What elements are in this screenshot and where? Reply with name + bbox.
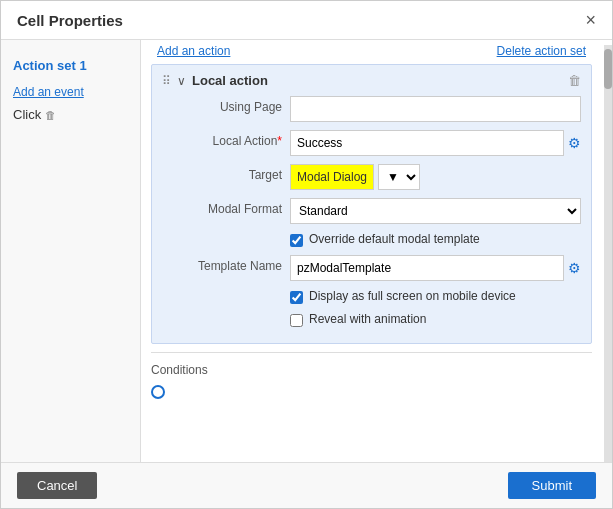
click-event-label: Click	[13, 107, 41, 122]
using-page-row: Using Page	[162, 96, 581, 122]
override-checkbox-label: Override default modal template	[309, 232, 480, 246]
submit-button[interactable]: Submit	[508, 472, 596, 499]
using-page-label: Using Page	[162, 96, 282, 114]
action-block: ⠿ ∨ Local action 🗑 Using Page	[151, 64, 592, 344]
using-page-input[interactable]	[290, 96, 581, 122]
action-set-label[interactable]: Action set 1	[1, 50, 140, 77]
action-trash-icon[interactable]: 🗑	[568, 73, 581, 88]
cell-properties-dialog: Cell Properties × Action set 1 Add an ev…	[0, 0, 613, 509]
drag-icon[interactable]: ⠿	[162, 74, 171, 88]
template-name-label: Template Name	[162, 255, 282, 273]
using-page-control	[290, 96, 581, 122]
target-row: Target Modal Dialog ▼	[162, 164, 581, 190]
dialog-body: Action set 1 Add an event Click 🗑 Add an…	[1, 40, 612, 462]
template-settings-icon[interactable]: ⚙	[568, 260, 581, 276]
add-action-link[interactable]: Add an action	[157, 44, 230, 58]
template-name-control: ⚙	[290, 255, 581, 281]
fullscreen-checkbox-label: Display as full screen on mobile device	[309, 289, 516, 303]
action-block-title: Local action	[192, 73, 268, 88]
sidebar: Action set 1 Add an event Click 🗑	[1, 40, 141, 462]
conditions-section: Conditions	[151, 352, 592, 403]
template-name-row: Template Name ⚙	[162, 255, 581, 281]
main-content: Add an action Delete action set ⠿ ∨ Loca…	[141, 40, 612, 462]
cancel-button[interactable]: Cancel	[17, 472, 97, 499]
override-checkbox[interactable]	[290, 234, 303, 247]
scrollbar-right[interactable]	[604, 45, 612, 462]
target-dropdown[interactable]: ▼	[378, 164, 420, 190]
modal-format-select[interactable]: Standard Full Screen Popup	[290, 198, 581, 224]
local-action-settings-icon[interactable]: ⚙	[568, 135, 581, 151]
action-block-left: ⠿ ∨ Local action	[162, 73, 268, 88]
template-name-input[interactable]	[290, 255, 564, 281]
scroll-thumb	[604, 49, 612, 89]
conditions-label: Conditions	[151, 359, 592, 381]
reveal-checkbox[interactable]	[290, 314, 303, 327]
target-value: Modal Dialog	[290, 164, 374, 190]
action-block-header: ⠿ ∨ Local action 🗑	[162, 73, 581, 88]
local-action-input[interactable]	[290, 130, 564, 156]
reveal-checkbox-row: Reveal with animation	[290, 312, 581, 327]
fullscreen-checkbox[interactable]	[290, 291, 303, 304]
reveal-checkbox-label: Reveal with animation	[309, 312, 426, 326]
add-event-link[interactable]: Add an event	[1, 77, 140, 103]
fullscreen-checkbox-row: Display as full screen on mobile device	[290, 289, 581, 304]
target-label: Target	[162, 164, 282, 182]
conditions-add-icon[interactable]	[151, 385, 165, 399]
local-action-row: Local Action* ⚙	[162, 130, 581, 156]
modal-format-control: Standard Full Screen Popup	[290, 198, 581, 224]
override-checkbox-row: Override default modal template	[290, 232, 581, 247]
modal-format-row: Modal Format Standard Full Screen Popup	[162, 198, 581, 224]
event-item: Click 🗑	[1, 103, 140, 126]
delete-action-set-link[interactable]: Delete action set	[497, 44, 586, 58]
action-header-row: Add an action Delete action set	[141, 40, 602, 60]
local-action-label: Local Action*	[162, 130, 282, 148]
dialog-footer: Cancel Submit	[1, 462, 612, 508]
local-action-control: ⚙	[290, 130, 581, 156]
chevron-icon[interactable]: ∨	[177, 74, 186, 88]
close-button[interactable]: ×	[585, 11, 596, 29]
delete-event-icon[interactable]: 🗑	[45, 109, 56, 121]
dialog-header: Cell Properties ×	[1, 1, 612, 40]
target-control: Modal Dialog ▼	[290, 164, 581, 190]
dialog-title: Cell Properties	[17, 12, 123, 29]
modal-format-label: Modal Format	[162, 198, 282, 216]
